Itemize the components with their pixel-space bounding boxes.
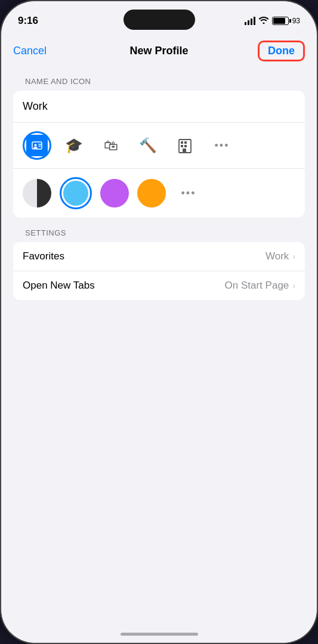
person-card-icon[interactable] [23,131,51,160]
battery-icon [272,17,289,25]
svg-rect-5 [181,141,183,144]
favorites-row[interactable]: Favorites Work › [13,242,305,271]
orange-color-swatch[interactable] [137,179,166,208]
person-card-icon-inner [26,135,48,156]
svg-rect-9 [183,148,186,153]
open-new-tabs-row[interactable]: Open New Tabs On Start Page › [13,271,305,300]
page-title: New Profile [129,45,188,57]
profile-name-input[interactable] [13,91,305,123]
svg-rect-6 [184,141,187,144]
svg-rect-8 [184,145,187,147]
open-new-tabs-current-value: On Start Page [225,280,289,292]
name-icon-section-label: NAME AND ICON [13,66,305,91]
cancel-button[interactable]: Cancel [13,45,47,57]
purple-color-swatch[interactable] [100,179,129,208]
done-button[interactable]: Done [258,41,305,61]
icon-row: 🎓 🛍 🔨 [13,123,305,169]
favorites-label: Favorites [23,250,64,262]
color-row: ••• [13,169,305,218]
open-new-tabs-chevron-icon: › [292,281,295,290]
more-icons-button[interactable]: ••• [208,131,236,160]
battery-percent: 93 [292,17,300,25]
settings-section-label: SETTINGS [13,218,305,242]
more-colors-button[interactable]: ••• [174,179,203,208]
graduation-cap-icon[interactable]: 🎓 [60,131,88,160]
name-icon-card: 🎓 🛍 🔨 [13,91,305,218]
dark-color-swatch[interactable] [23,179,51,208]
status-time: 9:16 [18,15,38,27]
svg-point-1 [35,144,37,147]
home-indicator [121,633,198,636]
status-icons: 93 [245,16,300,26]
favorites-current-value: Work [265,250,289,262]
svg-rect-7 [181,145,183,147]
phone-frame: 9:16 93 [0,0,318,644]
nav-bar: Cancel New Profile Done [1,33,317,66]
hammer-icon[interactable]: 🔨 [134,131,162,160]
shopping-bag-icon[interactable]: 🛍 [97,131,125,160]
dynamic-island [124,10,195,30]
signal-bars-icon [245,17,255,25]
phone-screen: 9:16 93 [1,1,317,643]
favorites-value: Work › [265,250,295,262]
open-new-tabs-label: Open New Tabs [23,280,95,292]
content-area: Cancel New Profile Done NAME AND ICON [1,33,317,643]
wifi-icon [259,16,268,26]
open-new-tabs-value: On Start Page › [225,280,295,292]
blue-color-swatch[interactable] [60,177,92,209]
settings-card: Favorites Work › Open New Tabs On Start … [13,242,305,300]
building-icon[interactable] [171,131,199,160]
favorites-chevron-icon: › [292,252,295,261]
